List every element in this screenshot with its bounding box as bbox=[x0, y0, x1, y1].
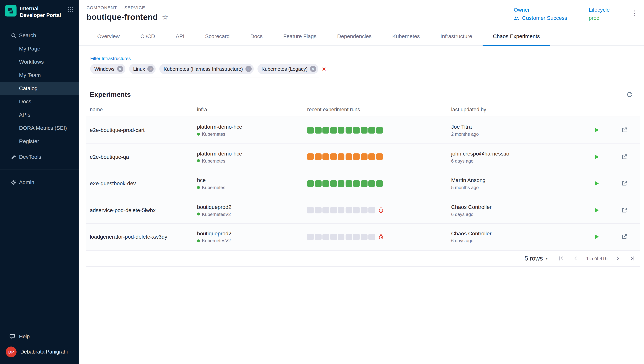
run-status-square[interactable] bbox=[361, 180, 367, 187]
previous-page-button[interactable] bbox=[572, 254, 580, 262]
run-status-square[interactable] bbox=[353, 127, 360, 134]
sidebar-item-dora-metrics-sei[interactable]: DORA Metrics (SEI) bbox=[0, 122, 79, 134]
run-status-square[interactable] bbox=[323, 154, 329, 160]
tab-api[interactable]: API bbox=[165, 27, 195, 46]
apps-grid-icon[interactable] bbox=[68, 6, 74, 12]
sidebar-item-register[interactable]: Register bbox=[0, 134, 79, 148]
run-status-square[interactable] bbox=[346, 127, 352, 134]
tab-kubernetes[interactable]: Kubernetes bbox=[382, 27, 430, 46]
rows-per-page-select[interactable]: 5 rows ▾ bbox=[525, 255, 548, 262]
tab-docs[interactable]: Docs bbox=[240, 27, 273, 46]
run-status-square[interactable] bbox=[315, 207, 321, 214]
sidebar-item-search[interactable]: Search bbox=[0, 29, 79, 42]
run-status-square[interactable] bbox=[368, 180, 375, 187]
run-status-square[interactable] bbox=[346, 234, 352, 240]
first-page-button[interactable] bbox=[557, 254, 565, 262]
sidebar-item-admin[interactable]: Admin bbox=[0, 176, 79, 189]
run-status-square[interactable] bbox=[361, 234, 367, 240]
sidebar-item-workflows[interactable]: Workflows bbox=[0, 55, 79, 68]
sidebar-item-my-page[interactable]: My Page bbox=[0, 42, 79, 55]
sidebar-item-my-team[interactable]: My Team bbox=[0, 68, 79, 82]
run-status-square[interactable] bbox=[315, 127, 321, 134]
sidebar-item-devtools[interactable]: DevTools bbox=[0, 150, 79, 164]
chip-remove-icon[interactable]: ✕ bbox=[310, 66, 316, 72]
run-status-square[interactable] bbox=[323, 180, 329, 187]
run-status-square[interactable] bbox=[353, 207, 360, 214]
tab-scorecard[interactable]: Scorecard bbox=[195, 27, 240, 46]
open-in-new-icon[interactable] bbox=[621, 207, 627, 213]
run-status-square[interactable] bbox=[330, 234, 337, 240]
run-status-square[interactable] bbox=[315, 234, 321, 240]
next-page-button[interactable] bbox=[614, 254, 622, 262]
run-status-square[interactable] bbox=[338, 154, 344, 160]
run-status-square[interactable] bbox=[307, 207, 314, 214]
tab-feature-flags[interactable]: Feature Flags bbox=[273, 27, 327, 46]
tab-chaos-experiments[interactable]: Chaos Experiments bbox=[483, 27, 550, 46]
user-menu[interactable]: DP Debabrata Panigrahi bbox=[0, 343, 79, 360]
run-status-square[interactable] bbox=[361, 154, 367, 160]
table-row[interactable]: loadgenerator-pod-delete-xw3qyboutiquepr… bbox=[86, 224, 640, 250]
run-status-square[interactable] bbox=[353, 180, 360, 187]
run-status-square[interactable] bbox=[368, 207, 375, 214]
run-status-square[interactable] bbox=[307, 127, 314, 134]
last-page-button[interactable] bbox=[628, 254, 636, 262]
run-status-square[interactable] bbox=[353, 154, 360, 160]
run-status-square[interactable] bbox=[346, 207, 352, 214]
run-experiment-button[interactable] bbox=[593, 234, 600, 240]
run-status-square[interactable] bbox=[315, 180, 321, 187]
run-experiment-button[interactable] bbox=[593, 180, 600, 187]
tab-overview[interactable]: Overview bbox=[87, 27, 130, 46]
tab-dependencies[interactable]: Dependencies bbox=[327, 27, 382, 46]
chip-remove-icon[interactable]: ✕ bbox=[117, 66, 123, 72]
help-button[interactable]: Help bbox=[0, 330, 79, 343]
run-status-square[interactable] bbox=[323, 127, 329, 134]
run-status-square[interactable] bbox=[338, 207, 344, 214]
open-in-new-icon[interactable] bbox=[621, 127, 627, 134]
open-in-new-icon[interactable] bbox=[621, 154, 627, 160]
run-status-square[interactable] bbox=[361, 127, 367, 134]
run-status-square[interactable] bbox=[368, 154, 375, 160]
filter-label[interactable]: Filter Infrastructures bbox=[90, 56, 644, 61]
run-status-square[interactable] bbox=[338, 234, 344, 240]
owner-link[interactable]: Customer Success bbox=[514, 15, 567, 21]
clear-filters-icon[interactable]: ✕ bbox=[321, 66, 330, 72]
sidebar-item-apis[interactable]: APIs bbox=[0, 108, 79, 121]
run-status-square[interactable] bbox=[361, 207, 367, 214]
run-status-square[interactable] bbox=[376, 154, 383, 160]
sidebar-item-docs[interactable]: Docs bbox=[0, 95, 79, 108]
run-status-square[interactable] bbox=[315, 154, 321, 160]
table-row[interactable]: e2e-guestbook-devhceKubernetesMartin Ans… bbox=[86, 170, 640, 197]
run-status-square[interactable] bbox=[353, 234, 360, 240]
chip-remove-icon[interactable]: ✕ bbox=[245, 66, 252, 72]
run-status-square[interactable] bbox=[323, 234, 329, 240]
chip-remove-icon[interactable]: ✕ bbox=[147, 66, 154, 72]
run-status-square[interactable] bbox=[330, 180, 337, 187]
infrastructure-filter-input[interactable]: Windows✕Linux✕Kubernetes (Harness Infras… bbox=[90, 64, 319, 78]
run-status-square[interactable] bbox=[338, 127, 344, 134]
table-row[interactable]: e2e-boutique-qaplatform-demo-hceKubernet… bbox=[86, 144, 640, 170]
run-status-square[interactable] bbox=[376, 180, 383, 187]
run-status-square[interactable] bbox=[368, 234, 375, 240]
run-status-square[interactable] bbox=[323, 207, 329, 214]
run-status-square[interactable] bbox=[346, 154, 352, 160]
run-status-square[interactable] bbox=[307, 154, 314, 160]
tab-infrastructure[interactable]: Infrastructure bbox=[430, 27, 483, 46]
open-in-new-icon[interactable] bbox=[621, 234, 627, 240]
run-experiment-button[interactable] bbox=[593, 154, 600, 160]
sidebar-item-catalog[interactable]: Catalog bbox=[0, 82, 79, 95]
run-status-square[interactable] bbox=[376, 127, 383, 134]
run-status-square[interactable] bbox=[338, 180, 344, 187]
tab-ci-cd[interactable]: CI/CD bbox=[130, 27, 165, 46]
refresh-icon[interactable] bbox=[626, 91, 633, 98]
run-status-square[interactable] bbox=[330, 127, 337, 134]
run-status-square[interactable] bbox=[307, 234, 314, 240]
table-row[interactable]: adservice-pod-delete-5lwbxboutiqueprod2K… bbox=[86, 197, 640, 224]
run-experiment-button[interactable] bbox=[593, 127, 600, 134]
run-status-square[interactable] bbox=[368, 127, 375, 134]
kebab-menu-icon[interactable]: ⋮ bbox=[631, 9, 638, 18]
open-in-new-icon[interactable] bbox=[621, 180, 627, 187]
run-status-square[interactable] bbox=[330, 207, 337, 214]
favorite-star-icon[interactable]: ☆ bbox=[162, 14, 168, 21]
run-status-square[interactable] bbox=[346, 180, 352, 187]
run-status-square[interactable] bbox=[330, 154, 337, 160]
